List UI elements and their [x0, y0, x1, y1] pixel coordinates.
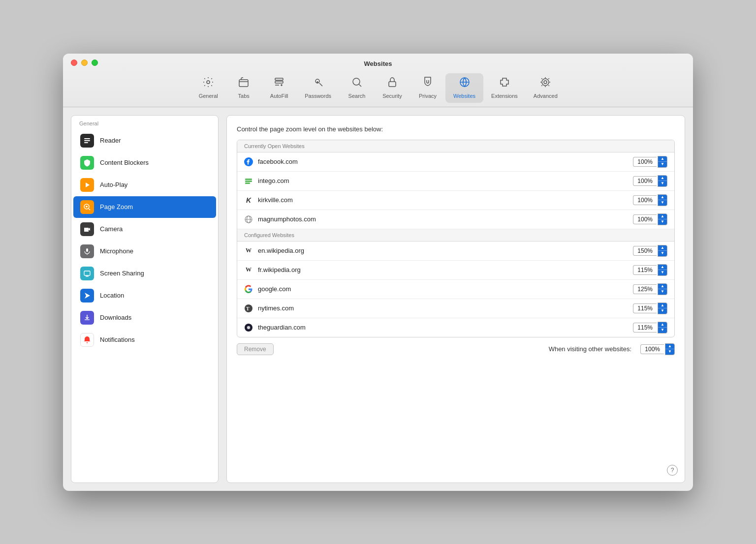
sidebar-item-page-zoom[interactable]: Page Zoom	[73, 196, 216, 218]
toolbar-tabs[interactable]: Tabs	[226, 73, 261, 103]
google-zoom-stepper[interactable]: ▲ ▼	[658, 283, 667, 295]
enwiki-zoom-stepper[interactable]: ▲ ▼	[658, 245, 667, 257]
sidebar-item-auto-play[interactable]: Auto-Play	[73, 174, 216, 196]
camera-label: Camera	[100, 225, 123, 233]
page-zoom-icon	[80, 200, 94, 214]
toolbar-advanced[interactable]: Advanced	[526, 73, 566, 103]
content-area: General Reader	[63, 107, 693, 491]
facebook-zoom-up[interactable]: ▲	[658, 156, 667, 162]
page-description: Control the page zoom level on the websi…	[237, 125, 675, 133]
facebook-zoom-control: 100% ▲ ▼	[633, 156, 667, 168]
location-icon	[80, 289, 94, 302]
table-row: facebook.com 100% ▲ ▼	[237, 152, 674, 172]
sidebar-item-camera[interactable]: Camera	[73, 218, 216, 240]
sidebar: General Reader	[71, 115, 219, 483]
magnum-zoom-down[interactable]: ▼	[658, 219, 667, 225]
toolbar-privacy[interactable]: Privacy	[410, 73, 445, 103]
frwiki-zoom-up[interactable]: ▲	[658, 265, 667, 270]
currently-open-header: Currently Open Websites	[237, 140, 674, 152]
tabs-icon	[238, 76, 250, 91]
advanced-icon	[539, 76, 551, 91]
google-zoom-up[interactable]: ▲	[658, 284, 667, 289]
sidebar-item-screen-sharing[interactable]: Screen Sharing	[73, 263, 216, 284]
privacy-label: Privacy	[419, 93, 437, 99]
nytimes-icon: T	[244, 304, 253, 313]
table-row: T nytimes.com 115% ▲ ▼	[237, 299, 674, 318]
intego-zoom-down[interactable]: ▼	[658, 181, 667, 186]
privacy-icon	[422, 76, 434, 91]
notifications-label: Notifications	[100, 336, 135, 343]
toolbar-passwords[interactable]: Passwords	[297, 73, 339, 103]
table-row: theguardian.com 115% ▲ ▼	[237, 318, 674, 337]
frwiki-icon: W	[244, 266, 253, 274]
nytimes-zoom-up[interactable]: ▲	[658, 303, 667, 308]
svg-rect-17	[84, 271, 90, 275]
magnum-zoom-up[interactable]: ▲	[658, 214, 667, 219]
sidebar-item-downloads[interactable]: Downloads	[73, 307, 216, 329]
kirkville-zoom-up[interactable]: ▲	[658, 195, 667, 200]
other-websites-zoom-stepper[interactable]: ▲ ▼	[665, 343, 675, 355]
facebook-zoom-down[interactable]: ▼	[658, 162, 667, 167]
facebook-zoom-stepper[interactable]: ▲ ▼	[658, 156, 667, 168]
location-label: Location	[100, 292, 124, 299]
intego-name: intego.com	[258, 177, 628, 184]
bottom-bar: Remove When visiting other websites: 100…	[237, 343, 675, 355]
remove-button[interactable]: Remove	[237, 343, 274, 355]
page-zoom-label: Page Zoom	[100, 203, 133, 211]
svg-rect-6	[389, 82, 396, 87]
intego-zoom-up[interactable]: ▲	[658, 176, 667, 181]
sidebar-item-location[interactable]: Location	[73, 285, 216, 306]
other-websites-zoom-up[interactable]: ▲	[665, 344, 674, 349]
intego-icon	[244, 177, 253, 185]
nytimes-zoom-stepper[interactable]: ▲ ▼	[658, 302, 667, 314]
frwiki-zoom-stepper[interactable]: ▲ ▼	[658, 264, 667, 276]
security-icon	[386, 76, 398, 91]
svg-point-0	[207, 81, 210, 84]
sidebar-item-microphone[interactable]: Microphone	[73, 241, 216, 262]
nytimes-zoom-down[interactable]: ▼	[658, 308, 667, 314]
frwiki-name: fr.wikipedia.org	[258, 266, 628, 273]
guardian-zoom-up[interactable]: ▲	[658, 322, 667, 328]
google-zoom-down[interactable]: ▼	[658, 289, 667, 295]
sidebar-item-reader[interactable]: Reader	[73, 130, 216, 151]
svg-rect-24	[245, 182, 250, 184]
toolbar-general[interactable]: General	[190, 73, 226, 103]
content-blockers-icon	[80, 156, 94, 170]
google-zoom-control: 125% ▲ ▼	[633, 283, 667, 295]
kirkville-name: kirkville.com	[258, 196, 628, 204]
window-title: Websites	[71, 60, 685, 67]
toolbar-security[interactable]: Security	[375, 73, 410, 103]
google-icon	[244, 285, 253, 294]
sidebar-item-content-blockers[interactable]: Content Blockers	[73, 152, 216, 174]
enwiki-zoom-down[interactable]: ▼	[658, 251, 667, 256]
toolbar-extensions[interactable]: Extensions	[483, 73, 526, 103]
other-websites-zoom-control: 100% ▲ ▼	[640, 343, 675, 355]
frwiki-zoom-control: 115% ▲ ▼	[633, 264, 667, 276]
svg-marker-20	[85, 293, 90, 299]
facebook-name: facebook.com	[258, 158, 628, 165]
magnum-zoom-stepper[interactable]: ▲ ▼	[658, 213, 667, 225]
table-row: magnumphotos.com 100% ▲ ▼	[237, 210, 674, 229]
toolbar-autofill[interactable]: AutoFill	[261, 73, 297, 103]
help-button[interactable]: ?	[667, 465, 678, 476]
reader-label: Reader	[100, 137, 121, 144]
titlebar: Websites General Tabs	[63, 54, 693, 107]
enwiki-zoom-up[interactable]: ▲	[658, 245, 667, 251]
enwiki-zoom-value: 150%	[633, 246, 657, 256]
toolbar-search[interactable]: Search	[339, 73, 375, 103]
screen-sharing-icon	[80, 267, 94, 280]
svg-point-9	[542, 79, 549, 86]
kirkville-zoom-down[interactable]: ▼	[658, 200, 667, 206]
guardian-zoom-down[interactable]: ▼	[658, 328, 667, 333]
microphone-icon	[80, 244, 94, 258]
frwiki-zoom-down[interactable]: ▼	[658, 270, 667, 275]
sidebar-item-notifications[interactable]: Notifications	[73, 329, 216, 351]
svg-rect-12	[84, 142, 88, 143]
intego-zoom-stepper[interactable]: ▲ ▼	[658, 175, 667, 187]
svg-rect-3	[275, 81, 283, 83]
toolbar-websites[interactable]: Websites	[445, 73, 483, 103]
kirkville-zoom-stepper[interactable]: ▲ ▼	[658, 194, 667, 206]
guardian-zoom-stepper[interactable]: ▲ ▼	[658, 322, 667, 333]
other-websites-zoom-down[interactable]: ▼	[665, 349, 674, 355]
guardian-zoom-control: 115% ▲ ▼	[633, 322, 667, 333]
